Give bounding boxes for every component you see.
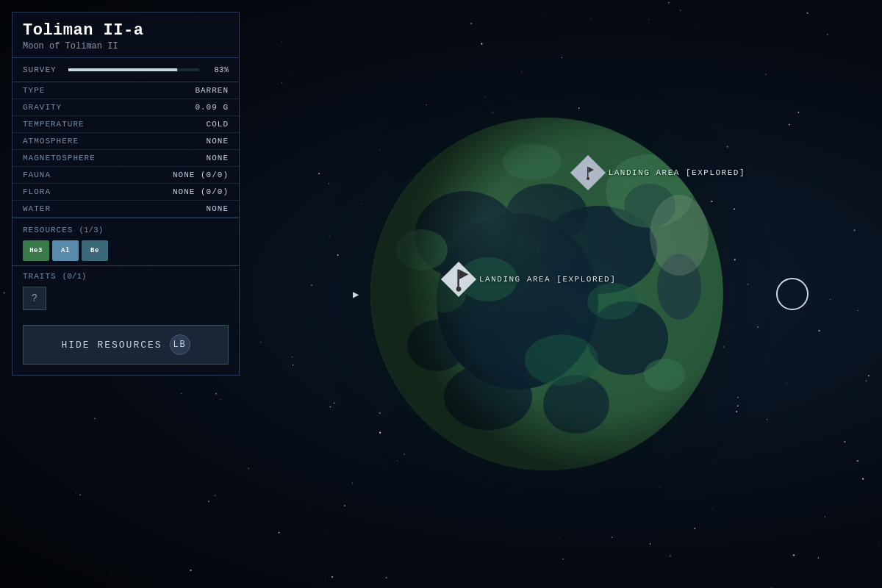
landing-icon-center (444, 265, 473, 294)
flag-icon-center (444, 265, 473, 294)
landing-label-center: LANDING AREA [EXPLORED] (479, 275, 616, 284)
planet-name: Toliman II-a (23, 21, 229, 40)
planet-subtitle: Moon of Toliman II (23, 41, 229, 51)
resource-chip-he3[interactable]: He3 (23, 240, 49, 261)
resources-section: RESOURCES (1/3) He3AlBe (12, 218, 239, 265)
landing-label-upper: LANDING AREA [EXPLORED] (609, 168, 745, 177)
stat-key: GRAVITY (12, 99, 106, 116)
stat-value: BARREN (106, 82, 239, 99)
landing-marker-center[interactable]: LANDING AREA [EXPLORED] (444, 265, 616, 294)
stat-row: TEMPERATURE COLD (12, 116, 239, 133)
stat-key: WATER (12, 201, 106, 218)
stat-row: MAGNETOSPHERE NONE (12, 150, 239, 167)
stat-row: FLORA NONE (0/0) (12, 184, 239, 201)
right-circle-indicator (776, 278, 808, 310)
stat-row: FAUNA NONE (0/0) (12, 167, 239, 184)
svg-rect-25 (587, 167, 589, 179)
stat-key: TYPE (12, 82, 106, 99)
stat-value: NONE (0/0) (106, 184, 239, 201)
stat-key: ATMOSPHERE (12, 133, 106, 150)
resource-chip-al[interactable]: Al (52, 240, 79, 261)
panel-header: Toliman II-a Moon of Toliman II (12, 12, 239, 58)
hide-resources-label: HIDE RESOURCES (61, 340, 162, 351)
svg-rect-23 (457, 270, 459, 290)
stat-value: COLD (106, 116, 239, 133)
stat-value: NONE (106, 133, 239, 150)
stat-key: TEMPERATURE (12, 116, 106, 133)
stat-value: NONE (106, 201, 239, 218)
traits-section: TRAITS (0/1) ? (12, 265, 239, 318)
stat-value: NONE (106, 150, 239, 167)
survey-bar-fill (68, 68, 177, 71)
resources-count: (1/3) (79, 226, 103, 234)
survey-section: SURVEY 83% (12, 58, 239, 82)
planet-container: ▶ (370, 118, 723, 470)
survey-label: SURVEY (23, 65, 61, 74)
traits-count: (0/1) (62, 272, 87, 281)
survey-bar (68, 68, 199, 71)
resource-chip-be[interactable]: Be (82, 240, 108, 261)
hide-resources-button[interactable]: HIDE RESOURCES LB (23, 325, 229, 365)
landing-icon-upper (573, 158, 603, 187)
flag-icon-upper (579, 164, 597, 182)
svg-point-24 (456, 287, 462, 292)
stat-row: TYPE BARREN (12, 82, 239, 99)
landing-marker-upper[interactable]: LANDING AREA [EXPLORED] (573, 158, 745, 187)
nav-arrow: ▶ (353, 288, 359, 301)
info-panel: Toliman II-a Moon of Toliman II SURVEY 8… (12, 12, 240, 376)
stats-table: TYPE BARREN GRAVITY 0.09 G TEMPERATURE C… (12, 82, 239, 218)
resources-label: RESOURCES (23, 226, 73, 234)
stat-row: GRAVITY 0.09 G (12, 99, 239, 116)
stat-value: NONE (0/0) (106, 167, 239, 184)
stat-key: FAUNA (12, 167, 106, 184)
traits-label: TRAITS (23, 272, 57, 281)
stat-value: 0.09 G (106, 99, 239, 116)
stat-key: MAGNETOSPHERE (12, 150, 106, 167)
stat-key: FLORA (12, 184, 106, 201)
resource-chips: He3AlBe (23, 240, 229, 261)
trait-unknown-button[interactable]: ? (23, 287, 46, 310)
button-key-label: LB (170, 334, 190, 355)
svg-point-26 (587, 177, 589, 180)
stat-row: ATMOSPHERE NONE (12, 133, 239, 150)
survey-percent: 83% (207, 65, 229, 74)
stat-row: WATER NONE (12, 201, 239, 218)
